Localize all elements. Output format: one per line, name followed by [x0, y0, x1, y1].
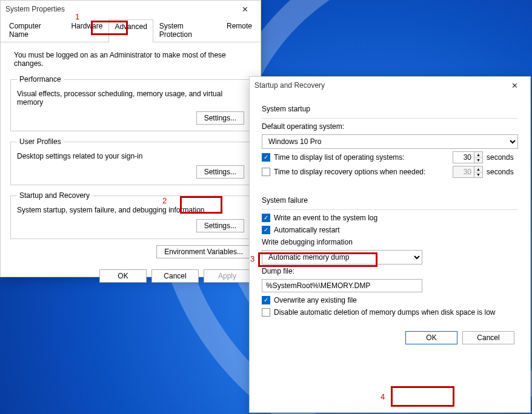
tab-remote[interactable]: Remote: [221, 19, 258, 42]
environment-variables-button[interactable]: Environment Variables...: [156, 245, 251, 258]
divider: [262, 209, 518, 210]
dbg-info-label: Write debugging information: [262, 238, 518, 246]
display-os-list-checkbox[interactable]: ✓: [262, 153, 270, 162]
overwrite-checkbox[interactable]: ✓: [262, 296, 270, 304]
divider: [262, 118, 518, 119]
chevron-down-icon[interactable]: ▼: [474, 158, 482, 163]
user-profiles-legend: User Profiles: [17, 137, 64, 146]
seconds-label: seconds: [487, 168, 518, 176]
display-os-list-label: Time to display list of operating system…: [274, 153, 449, 162]
system-properties-window: System Properties ✕ Computer Name Hardwa…: [0, 0, 261, 277]
titlebar: System Properties ✕: [1, 1, 261, 16]
display-os-list-value[interactable]: [453, 152, 474, 163]
startup-recovery-window: Startup and Recovery ✕ System startup De…: [249, 76, 531, 413]
startup-recovery-legend: Startup and Recovery: [17, 191, 92, 200]
chevron-up-icon[interactable]: ▲: [474, 166, 482, 172]
auto-restart-label: Automatically restart: [274, 226, 340, 234]
spinner-arrows[interactable]: ▲▼: [474, 166, 482, 177]
user-profiles-settings-button[interactable]: Settings...: [196, 165, 244, 179]
ok-button[interactable]: OK: [99, 269, 147, 283]
dialog-buttons: OK Cancel Apply: [1, 264, 261, 290]
ok-button[interactable]: OK: [405, 331, 457, 344]
display-recovery-value[interactable]: [453, 166, 474, 177]
tab-hardware[interactable]: Hardware: [65, 19, 108, 42]
user-profiles-desc: Desktop settings related to your sign-in: [17, 152, 244, 160]
cancel-button[interactable]: Cancel: [462, 331, 514, 344]
disable-auto-delete-label: Disable automatic deletion of memory dum…: [274, 308, 496, 317]
display-os-list-spinner[interactable]: ▲▼: [453, 151, 483, 163]
performance-settings-button[interactable]: Settings...: [196, 111, 244, 125]
chevron-down-icon[interactable]: ▼: [474, 172, 482, 178]
apply-button[interactable]: Apply: [204, 269, 251, 283]
close-button[interactable]: ✕: [504, 79, 525, 91]
dialog-buttons: OK Cancel: [250, 324, 530, 354]
startup-recovery-group: Startup and Recovery System startup, sys…: [10, 191, 251, 239]
admin-hint: You must be logged on as an Administrato…: [14, 51, 251, 68]
tab-content: You must be logged on as an Administrato…: [1, 42, 261, 264]
window-title: System Properties: [5, 5, 65, 13]
user-profiles-group: User Profiles Desktop settings related t…: [10, 137, 251, 185]
close-button[interactable]: ✕: [234, 3, 256, 15]
auto-restart-checkbox[interactable]: ✓: [262, 226, 270, 234]
seconds-label: seconds: [487, 153, 518, 162]
titlebar: Startup and Recovery ✕: [250, 77, 530, 93]
default-os-label: Default operating system:: [262, 122, 518, 131]
close-icon: ✕: [511, 81, 518, 90]
performance-legend: Performance: [17, 75, 64, 84]
default-os-select[interactable]: Windows 10 Pro: [262, 134, 518, 149]
system-startup-heading: System startup: [262, 105, 518, 113]
display-recovery-checkbox[interactable]: [262, 168, 270, 176]
tab-advanced[interactable]: Advanced: [108, 19, 153, 42]
dump-file-label: Dump file:: [262, 267, 518, 275]
write-event-checkbox[interactable]: ✓: [262, 214, 270, 222]
dialog-body: System startup Default operating system:…: [250, 93, 530, 324]
tab-computer-name[interactable]: Computer Name: [3, 19, 65, 42]
disable-auto-delete-checkbox[interactable]: [262, 308, 270, 317]
tab-system-protection[interactable]: System Protection: [153, 19, 221, 42]
display-recovery-spinner[interactable]: ▲▼: [453, 166, 483, 178]
chevron-up-icon[interactable]: ▲: [474, 152, 482, 158]
system-failure-heading: System failure: [262, 196, 518, 205]
tab-strip: Computer Name Hardware Advanced System P…: [1, 19, 261, 42]
dump-file-input[interactable]: [262, 279, 422, 292]
spinner-arrows[interactable]: ▲▼: [474, 152, 482, 163]
dbg-info-select[interactable]: Automatic memory dump: [262, 250, 422, 264]
performance-desc: Visual effects, processor scheduling, me…: [17, 90, 244, 107]
startup-recovery-desc: System startup, system failure, and debu…: [17, 206, 244, 214]
write-event-label: Write an event to the system log: [274, 214, 377, 222]
close-icon: ✕: [242, 5, 248, 14]
window-title: Startup and Recovery: [254, 81, 325, 90]
performance-group: Performance Visual effects, processor sc…: [10, 75, 251, 131]
startup-recovery-settings-button[interactable]: Settings...: [196, 219, 244, 232]
cancel-button[interactable]: Cancel: [151, 269, 199, 283]
overwrite-label: Overwrite any existing file: [274, 296, 357, 304]
display-recovery-label: Time to display recovery options when ne…: [274, 168, 449, 176]
